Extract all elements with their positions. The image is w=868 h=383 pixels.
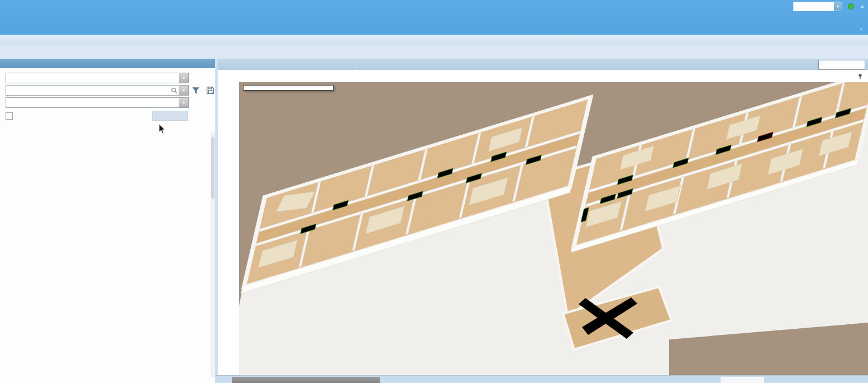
bim-3d-viewport[interactable] bbox=[239, 82, 868, 375]
filter-icon[interactable] bbox=[191, 86, 201, 95]
menu-dropdown[interactable]: ▼ bbox=[793, 2, 842, 11]
filter-side-icons bbox=[191, 86, 215, 95]
chevron-down-small-icon[interactable]: ▼ bbox=[859, 27, 864, 32]
system-browser-filters: ▼ ▼ ▼ bbox=[0, 68, 215, 121]
save-icon[interactable] bbox=[206, 86, 215, 95]
session-info: ▼ ▲ bbox=[776, 1, 865, 11]
tree-scrollbar[interactable] bbox=[211, 131, 215, 377]
bottom-panel-strip bbox=[215, 375, 868, 383]
view-selector-value bbox=[6, 73, 179, 83]
alarm-summary-bar: ▼ ▲ ▼ bbox=[0, 0, 868, 35]
system-browser-panel: ▼ ▼ ▼ bbox=[0, 59, 215, 383]
connection-status-dot bbox=[848, 3, 854, 10]
bim-viewer-toolbar bbox=[218, 82, 239, 375]
view-selector[interactable]: ▼ bbox=[6, 73, 189, 83]
selected-object-bar bbox=[218, 70, 868, 83]
chevron-down-icon[interactable]: ▼ bbox=[179, 73, 188, 83]
viewer-tabstrip bbox=[218, 59, 868, 70]
display-mode-selector[interactable]: ▼ bbox=[6, 97, 189, 108]
chevron-down-icon: ▼ bbox=[834, 2, 842, 11]
hidden-pane-tab[interactable] bbox=[232, 377, 380, 383]
manual-navigation-checkbox[interactable] bbox=[6, 112, 13, 120]
hidden-pane-tab-light[interactable] bbox=[721, 377, 764, 383]
mouse-cursor bbox=[159, 124, 165, 134]
system-manager-app: { "topbar": { "host": "CH1W80193", "user… bbox=[0, 0, 868, 383]
chevron-down-icon[interactable]: ▼ bbox=[179, 86, 188, 95]
system-browser-header[interactable] bbox=[0, 59, 215, 68]
tab-separator bbox=[356, 61, 356, 68]
search-icon[interactable] bbox=[170, 86, 179, 95]
main-content bbox=[218, 59, 868, 383]
display-mode-value bbox=[6, 98, 179, 107]
window-title-bar bbox=[0, 35, 868, 46]
pin-icon[interactable] bbox=[857, 73, 864, 79]
search-input[interactable]: ▼ bbox=[6, 85, 189, 96]
send-button[interactable] bbox=[152, 111, 188, 121]
search-placeholder bbox=[6, 86, 170, 95]
tree-scrollbar-thumb[interactable] bbox=[211, 137, 214, 198]
bim-3d-scene bbox=[239, 82, 868, 375]
operating-mode-button[interactable] bbox=[818, 60, 865, 70]
manual-navigation-row bbox=[6, 111, 188, 121]
floor-selection-menu bbox=[243, 85, 333, 91]
collapse-up-icon[interactable]: ▲ bbox=[860, 3, 865, 9]
chevron-down-icon[interactable]: ▼ bbox=[179, 98, 188, 107]
breadcrumb-bar bbox=[0, 46, 868, 59]
